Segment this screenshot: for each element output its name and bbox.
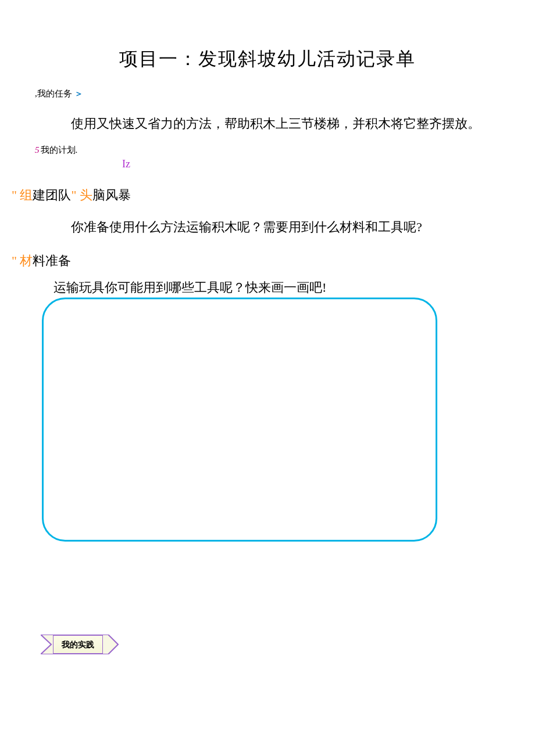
team-brainstorm-heading: " 组建团队" 头脑风暴 — [12, 187, 500, 204]
open-quote-2: " — [12, 253, 20, 268]
task-body-text: 使用又快速又省力的方法，帮助积木上三节楼梯，并积木将它整齐摆放。 — [71, 110, 500, 138]
iz-text: Iz — [122, 158, 500, 170]
task-section-label: ,我的任务＞ — [35, 88, 500, 99]
material-prep-heading: " 材料准备 — [12, 252, 500, 270]
prep-orange-char: 材 — [20, 253, 33, 268]
arrow-tail-icon — [41, 635, 54, 654]
svg-marker-1 — [102, 635, 118, 654]
close-quote-1: " — [71, 188, 79, 202]
team-orange-char-1: 组 — [20, 188, 33, 202]
practice-label: 我的实践 — [54, 635, 102, 654]
team-orange-char-2: 头 — [80, 188, 92, 202]
practice-arrow-badge: 我的实践 — [41, 635, 119, 654]
document-title: 项目一：发现斜坡幼儿活动记录单 — [35, 46, 500, 72]
plan-number: 5 — [35, 145, 40, 155]
svg-marker-0 — [41, 635, 54, 654]
plan-section-label: 5我的计划. — [35, 145, 500, 156]
drawing-area[interactable] — [42, 298, 437, 542]
task-label-text: 我的任务 — [37, 89, 72, 98]
team-prompt-text: 你准备使用什么方法运输积木呢？需要用到什么材料和工具呢? — [71, 213, 500, 241]
draw-prompt-text: 运输玩具你可能用到哪些工具呢？快来画一画吧! — [54, 279, 500, 296]
team-text-1: 建团队 — [33, 188, 71, 202]
plan-label-text: 我的计划. — [41, 145, 78, 155]
prep-text: 料准备 — [33, 253, 71, 268]
task-gt-icon: ＞ — [74, 89, 83, 98]
arrow-head-icon — [102, 635, 119, 654]
team-text-2: 脑风暴 — [92, 188, 131, 202]
open-quote-1: " — [12, 188, 20, 202]
